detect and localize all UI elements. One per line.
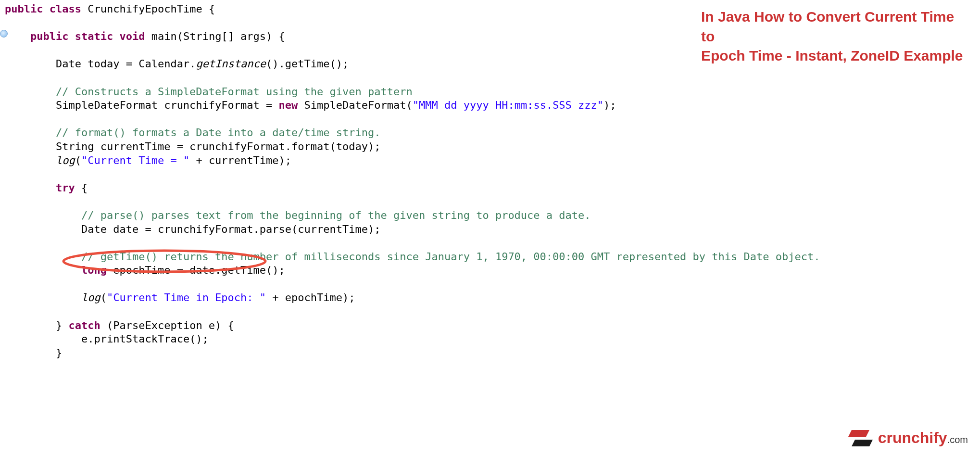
keyword-try: try bbox=[56, 182, 75, 194]
keyword-public: public bbox=[30, 30, 68, 42]
brace: } bbox=[56, 347, 62, 359]
logo-suffix: .com bbox=[947, 434, 968, 445]
brace: { bbox=[202, 3, 215, 15]
string-literal: "Current Time = " bbox=[81, 154, 189, 166]
keyword-static: static bbox=[75, 30, 113, 42]
keyword-class: class bbox=[50, 3, 81, 15]
title-line-2: Epoch Time - Instant, ZoneID Example bbox=[701, 46, 966, 66]
code-line: e.printStackTrace(); bbox=[81, 333, 209, 345]
keyword-new: new bbox=[279, 99, 298, 111]
code-line: Date today = Calendar. bbox=[56, 58, 196, 70]
logo-mark-icon bbox=[848, 427, 874, 449]
code-text: ().getTime(); bbox=[266, 58, 349, 70]
brace: } bbox=[56, 319, 69, 331]
keyword-public: public bbox=[5, 3, 43, 15]
code-text: ( bbox=[75, 154, 81, 166]
code-line: String currentTime = crunchifyFormat.for… bbox=[56, 140, 381, 152]
comment: // getTime() returns the number of milli… bbox=[81, 251, 820, 263]
code-text: SimpleDateFormat( bbox=[298, 99, 412, 111]
class-name: CrunchifyEpochTime bbox=[88, 3, 202, 15]
article-title: In Java How to Convert Current Time to E… bbox=[701, 7, 966, 66]
code-text: + currentTime); bbox=[189, 154, 291, 166]
code-line-highlighted: epochTime = date.getTime(); bbox=[107, 264, 285, 276]
code-text: + epochTime); bbox=[266, 291, 355, 304]
comment: // Constructs a SimpleDateFormat using t… bbox=[56, 86, 413, 98]
title-line-1: In Java How to Convert Current Time to bbox=[701, 7, 966, 46]
code-text: (ParseException e) { bbox=[101, 319, 234, 331]
code-line: Date date = crunchifyFormat.parse(curren… bbox=[81, 223, 381, 235]
keyword-void: void bbox=[119, 30, 145, 42]
brace: { bbox=[75, 182, 88, 194]
code-text: ); bbox=[603, 99, 616, 111]
comment: // format() formats a Date into a date/t… bbox=[56, 127, 381, 139]
method-call: log bbox=[56, 154, 75, 166]
method-signature: main(String[] args) { bbox=[151, 30, 285, 42]
method-call: getInstance bbox=[196, 58, 266, 70]
keyword-catch: catch bbox=[68, 319, 100, 331]
code-block: public class CrunchifyEpochTime { public… bbox=[0, 0, 820, 360]
logo-text: crunchify.com bbox=[878, 428, 968, 448]
brand-logo: crunchify.com bbox=[848, 427, 968, 449]
string-literal: "Current Time in Epoch: " bbox=[107, 291, 266, 304]
code-text: SimpleDateFormat crunchifyFormat = bbox=[56, 99, 279, 111]
comment: // parse() parses text from the beginnin… bbox=[81, 209, 591, 221]
code-text: ( bbox=[101, 291, 107, 304]
method-call: log bbox=[81, 291, 101, 304]
logo-name: crunchify bbox=[878, 429, 947, 446]
keyword-long: long bbox=[81, 264, 107, 276]
string-literal: "MMM dd yyyy HH:mm:ss.SSS zzz" bbox=[413, 99, 603, 111]
